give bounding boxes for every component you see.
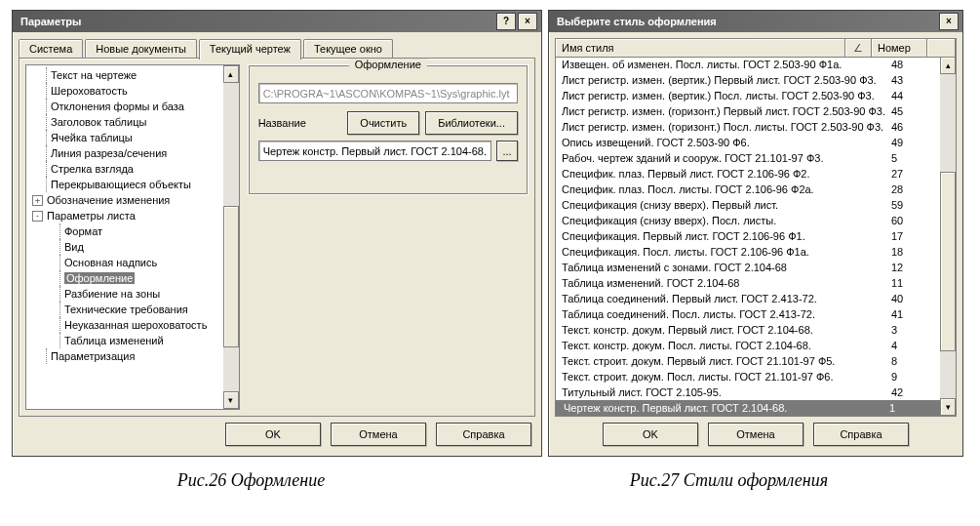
- cancel-button[interactable]: Отмена: [708, 423, 804, 446]
- tree-item-label: Разбиение на зоны: [64, 288, 160, 300]
- ok-button[interactable]: OK: [603, 423, 698, 446]
- sort-indicator-icon[interactable]: ∠: [845, 39, 872, 57]
- cell-number: 45: [885, 105, 940, 117]
- list-row[interactable]: Текст. строит. докум. Посл. листы. ГОСТ …: [556, 369, 940, 384]
- cell-style-name: Лист регистр. измен. (вертик.) Первый ли…: [556, 74, 885, 86]
- list-scrollbar[interactable]: ▴ ▾: [940, 57, 956, 416]
- list-row[interactable]: Извещен. об изменен. Посл. листы. ГОСТ 2…: [556, 57, 940, 72]
- help-button[interactable]: Справка: [813, 423, 909, 446]
- tree-item[interactable]: Заголовок таблицы: [32, 114, 237, 130]
- cell-number: 59: [885, 199, 940, 211]
- tree-scrollbar[interactable]: ▴ ▾: [223, 65, 239, 409]
- tree-item-label: Текст на чертеже: [51, 69, 137, 81]
- cell-number: 44: [885, 90, 940, 101]
- list-row[interactable]: Таблица изменений с зонами. ГОСТ 2.104-6…: [556, 260, 940, 275]
- scroll-up-icon[interactable]: ▴: [223, 65, 239, 83]
- tree-item[interactable]: Отклонения формы и база: [32, 99, 237, 114]
- tree-item[interactable]: Стрелка взгляда: [32, 161, 237, 177]
- list-row[interactable]: Спецификация (снизу вверх). Первый лист.…: [556, 197, 940, 213]
- tab-2[interactable]: Текущий чертеж: [199, 39, 301, 60]
- list-row[interactable]: Лист регистр. измен. (горизонт.) Посл. л…: [556, 119, 940, 135]
- cell-style-name: Опись извещений. ГОСТ 2.503-90 Ф6.: [556, 137, 885, 148]
- tree-item[interactable]: Вид: [32, 239, 237, 255]
- list-row[interactable]: Текст. констр. докум. Первый лист. ГОСТ …: [556, 322, 940, 338]
- tree-item[interactable]: Перекрывающиеся объекты: [32, 177, 237, 192]
- tree-item[interactable]: Текст на чертеже: [32, 67, 237, 83]
- cell-number: 43: [885, 74, 940, 86]
- browse-style-button[interactable]: ...: [496, 141, 518, 161]
- titlebar[interactable]: Параметры ? ×: [13, 11, 541, 32]
- scroll-thumb[interactable]: [223, 206, 239, 346]
- column-number[interactable]: Номер: [872, 39, 927, 57]
- list-row[interactable]: Лист регистр. измен. (вертик.) Первый ли…: [556, 72, 940, 88]
- list-row[interactable]: Спецификация. Посл. листы. ГОСТ 2.106-96…: [556, 244, 940, 260]
- list-row[interactable]: Титульный лист. ГОСТ 2.105-95.42: [556, 384, 940, 400]
- tree-item[interactable]: Параметризация: [32, 348, 237, 364]
- tab-0[interactable]: Система: [19, 39, 83, 59]
- list-row[interactable]: Чертеж констр. Первый лист. ГОСТ 2.104-6…: [556, 400, 940, 416]
- tree-item[interactable]: +Обозначение изменения: [32, 192, 237, 208]
- list-row[interactable]: Специфик. плаз. Первый лист. ГОСТ 2.106-…: [556, 166, 940, 182]
- cell-number: 27: [885, 168, 940, 180]
- tree-item[interactable]: -Параметры листа: [32, 208, 237, 223]
- list-row[interactable]: Специфик. плаз. Посл. листы. ГОСТ 2.106-…: [556, 182, 940, 197]
- cell-number: 40: [885, 293, 940, 304]
- tree-item[interactable]: Основная надпись: [32, 255, 237, 270]
- tree-expand-icon[interactable]: +: [32, 195, 43, 206]
- close-icon[interactable]: ×: [939, 13, 959, 30]
- list-row[interactable]: Лист регистр. измен. (горизонт.) Первый …: [556, 103, 940, 119]
- cell-number: 8: [885, 355, 940, 367]
- list-row[interactable]: Спецификация. Первый лист. ГОСТ 2.106-96…: [556, 228, 940, 244]
- scroll-thumb[interactable]: [940, 172, 956, 352]
- column-style-name[interactable]: Имя стиля: [556, 39, 845, 57]
- tree-item[interactable]: Разбиение на зоны: [32, 286, 237, 302]
- scroll-up-icon[interactable]: ▴: [940, 57, 956, 74]
- list-row[interactable]: Опись извещений. ГОСТ 2.503-90 Ф6.49: [556, 135, 940, 150]
- cell-number: 28: [885, 183, 940, 195]
- scroll-down-icon[interactable]: ▾: [223, 391, 239, 409]
- choose-style-dialog: Выберите стиль оформления × Имя стиля ∠ …: [548, 10, 963, 457]
- tree-item[interactable]: Неуказанная шероховатость: [32, 317, 237, 333]
- cell-number: 9: [885, 371, 940, 383]
- tab-3[interactable]: Текущее окно: [303, 39, 393, 59]
- list-row[interactable]: Текст. строит. докум. Первый лист. ГОСТ …: [556, 353, 940, 369]
- list-row[interactable]: Таблица изменений. ГОСТ 2.104-6811: [556, 275, 940, 291]
- tree-item-label: Формат: [64, 225, 102, 237]
- settings-tree[interactable]: Текст на чертежеШероховатостьОтклонения …: [25, 64, 240, 410]
- help-icon[interactable]: ?: [496, 13, 516, 30]
- tab-1[interactable]: Новые документы: [85, 39, 197, 59]
- tree-item-label: Стрелка взгляда: [51, 163, 134, 175]
- tree-expand-icon[interactable]: -: [32, 211, 43, 222]
- list-row[interactable]: Лист регистр. измен. (вертик.) Посл. лис…: [556, 88, 940, 103]
- tree-item-label: Перекрывающиеся объекты: [51, 179, 191, 190]
- tree-item[interactable]: Таблица изменений: [32, 333, 237, 348]
- style-list[interactable]: Имя стиля ∠ Номер Извещен. об изменен. П…: [555, 38, 957, 417]
- tree-item-label: Линия разреза/сечения: [51, 147, 167, 159]
- tree-item-label: Ячейка таблицы: [51, 132, 133, 143]
- cancel-button[interactable]: Отмена: [331, 423, 426, 446]
- tree-item[interactable]: Формат: [32, 223, 237, 239]
- clear-button[interactable]: Очистить: [347, 111, 419, 135]
- list-row[interactable]: Спецификация (снизу вверх). Посл. листы.…: [556, 213, 940, 228]
- tree-item[interactable]: Линия разреза/сечения: [32, 145, 237, 161]
- list-row[interactable]: Рабоч. чертеж зданий и сооруж. ГОСТ 21.1…: [556, 150, 940, 166]
- cell-style-name: Таблица соединений. Посл. листы. ГОСТ 2.…: [556, 308, 885, 320]
- list-row[interactable]: Текст. констр. докум. Посл. листы. ГОСТ …: [556, 338, 940, 353]
- help-button[interactable]: Справка: [436, 423, 531, 446]
- cell-style-name: Текст. констр. докум. Посл. листы. ГОСТ …: [556, 340, 885, 351]
- list-row[interactable]: Таблица соединений. Первый лист. ГОСТ 2.…: [556, 291, 940, 306]
- tree-item[interactable]: Технические требования: [32, 302, 237, 317]
- tree-item[interactable]: Шероховатость: [32, 83, 237, 99]
- tree-item[interactable]: Оформление: [32, 270, 237, 286]
- tree-item-label: Шероховатость: [51, 85, 128, 97]
- cell-style-name: Таблица изменений. ГОСТ 2.104-68: [556, 277, 885, 289]
- libraries-button[interactable]: Библиотеки...: [425, 111, 518, 135]
- tree-item[interactable]: Ячейка таблицы: [32, 130, 237, 145]
- list-row[interactable]: Таблица соединений. Посл. листы. ГОСТ 2.…: [556, 306, 940, 322]
- titlebar[interactable]: Выберите стиль оформления ×: [549, 11, 962, 32]
- scroll-down-icon[interactable]: ▾: [940, 398, 956, 416]
- ok-button[interactable]: OK: [225, 423, 321, 446]
- close-icon[interactable]: ×: [518, 13, 537, 30]
- style-name-field[interactable]: Чертеж констр. Первый лист. ГОСТ 2.104-6…: [258, 141, 491, 161]
- cell-number: 1: [883, 402, 938, 414]
